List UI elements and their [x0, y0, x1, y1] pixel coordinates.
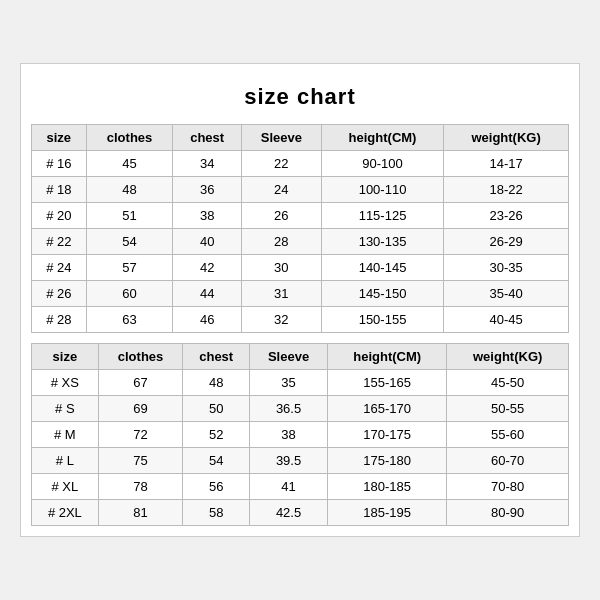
table-cell: 52: [183, 422, 250, 448]
table-cell: # 20: [32, 203, 87, 229]
table-cell: 45: [86, 151, 173, 177]
table-cell: # 26: [32, 281, 87, 307]
table-cell: 44: [173, 281, 241, 307]
table-cell: 45-50: [447, 370, 569, 396]
size-chart-card: size chart sizeclotheschestSleeveheight(…: [20, 63, 580, 537]
table-cell: 69: [98, 396, 183, 422]
table-cell: 51: [86, 203, 173, 229]
column-header: clothes: [86, 125, 173, 151]
table-cell: 41: [250, 474, 328, 500]
table-row: # 28634632150-15540-45: [32, 307, 569, 333]
table-cell: 55-60: [447, 422, 569, 448]
table-cell: # XS: [32, 370, 99, 396]
table-cell: # M: [32, 422, 99, 448]
table-row: # 20513826115-12523-26: [32, 203, 569, 229]
table-cell: 57: [86, 255, 173, 281]
table-cell: 80-90: [447, 500, 569, 526]
column-header: chest: [173, 125, 241, 151]
table1-header: sizeclotheschestSleeveheight(CM)weight(K…: [32, 125, 569, 151]
table-cell: # XL: [32, 474, 99, 500]
table-row: # XL785641180-18570-80: [32, 474, 569, 500]
column-header: clothes: [98, 344, 183, 370]
column-header: chest: [183, 344, 250, 370]
column-header: Sleeve: [241, 125, 321, 151]
table-cell: # 24: [32, 255, 87, 281]
table-cell: 75: [98, 448, 183, 474]
table-cell: 100-110: [321, 177, 443, 203]
table-cell: # 28: [32, 307, 87, 333]
table-cell: # S: [32, 396, 99, 422]
table-row: # 1645342290-10014-17: [32, 151, 569, 177]
table-cell: 14-17: [444, 151, 569, 177]
table-cell: 155-165: [328, 370, 447, 396]
table-cell: 32: [241, 307, 321, 333]
table-cell: 48: [86, 177, 173, 203]
column-header: size: [32, 344, 99, 370]
table-cell: 38: [173, 203, 241, 229]
column-header: Sleeve: [250, 344, 328, 370]
table-cell: 150-155: [321, 307, 443, 333]
table-row: # 2XL815842.5185-19580-90: [32, 500, 569, 526]
table-cell: 130-135: [321, 229, 443, 255]
table-cell: 63: [86, 307, 173, 333]
table-cell: 35-40: [444, 281, 569, 307]
table-row: # 26604431145-15035-40: [32, 281, 569, 307]
table-cell: 34: [173, 151, 241, 177]
table-cell: 170-175: [328, 422, 447, 448]
table-row: # L755439.5175-18060-70: [32, 448, 569, 474]
table-cell: 26-29: [444, 229, 569, 255]
table-row: # S695036.5165-17050-55: [32, 396, 569, 422]
column-header: weight(KG): [444, 125, 569, 151]
column-header: height(CM): [321, 125, 443, 151]
table-cell: 72: [98, 422, 183, 448]
table-cell: 36: [173, 177, 241, 203]
table-cell: 81: [98, 500, 183, 526]
table-row: # M725238170-17555-60: [32, 422, 569, 448]
table-cell: 175-180: [328, 448, 447, 474]
table-cell: 35: [250, 370, 328, 396]
table-row: # XS674835155-16545-50: [32, 370, 569, 396]
table-cell: 46: [173, 307, 241, 333]
table-cell: 24: [241, 177, 321, 203]
table-cell: 78: [98, 474, 183, 500]
table-cell: 60: [86, 281, 173, 307]
table-cell: 54: [86, 229, 173, 255]
table-cell: 90-100: [321, 151, 443, 177]
table-cell: 30-35: [444, 255, 569, 281]
table-cell: 58: [183, 500, 250, 526]
table-cell: 31: [241, 281, 321, 307]
column-header: height(CM): [328, 344, 447, 370]
table-cell: 39.5: [250, 448, 328, 474]
table-cell: 115-125: [321, 203, 443, 229]
table-cell: 185-195: [328, 500, 447, 526]
chart-title: size chart: [31, 74, 569, 124]
size-table-1: sizeclotheschestSleeveheight(CM)weight(K…: [31, 124, 569, 333]
table-cell: 67: [98, 370, 183, 396]
table-cell: 26: [241, 203, 321, 229]
table-cell: 48: [183, 370, 250, 396]
table-cell: 140-145: [321, 255, 443, 281]
table-cell: 165-170: [328, 396, 447, 422]
column-header: size: [32, 125, 87, 151]
table-cell: # L: [32, 448, 99, 474]
table-cell: 40: [173, 229, 241, 255]
table-cell: 40-45: [444, 307, 569, 333]
table-cell: 56: [183, 474, 250, 500]
table-cell: 22: [241, 151, 321, 177]
table-cell: # 22: [32, 229, 87, 255]
table-cell: 54: [183, 448, 250, 474]
table-cell: 38: [250, 422, 328, 448]
table-cell: 28: [241, 229, 321, 255]
table-cell: 42: [173, 255, 241, 281]
table-cell: # 2XL: [32, 500, 99, 526]
table-cell: 36.5: [250, 396, 328, 422]
table-cell: 180-185: [328, 474, 447, 500]
table-cell: 50-55: [447, 396, 569, 422]
table-cell: 23-26: [444, 203, 569, 229]
table-cell: 30: [241, 255, 321, 281]
column-header: weight(KG): [447, 344, 569, 370]
table-cell: 42.5: [250, 500, 328, 526]
size-table-2: sizeclotheschestSleeveheight(CM)weight(K…: [31, 343, 569, 526]
table-cell: # 16: [32, 151, 87, 177]
table-cell: 70-80: [447, 474, 569, 500]
